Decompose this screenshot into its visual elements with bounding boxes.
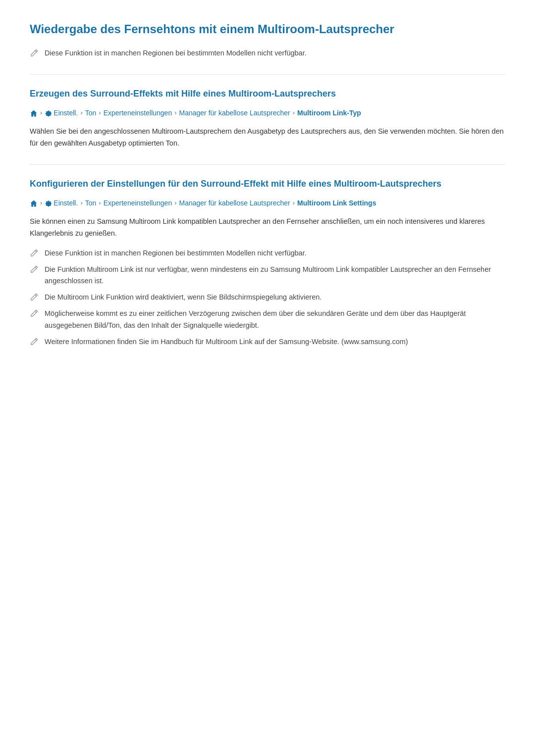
pencil-icon-4 <box>30 309 40 319</box>
sep2-4: › <box>293 198 295 208</box>
note-item-3: Die Multiroom Link Funktion wird deaktiv… <box>30 292 505 303</box>
sep-3: › <box>174 108 176 118</box>
note-text-1: Diese Funktion ist in manchen Regionen b… <box>45 248 307 259</box>
section-surround-configure: Konfigurieren der Einstellungen für den … <box>30 177 505 348</box>
breadcrumb-1-experten: Experteneinstellungen <box>104 107 172 118</box>
breadcrumb-1: › Einstell. › Ton › Experteneinstellunge… <box>30 107 505 118</box>
sep-1: › <box>80 108 82 118</box>
sep2-2: › <box>99 198 101 208</box>
section3-title: Konfigurieren der Einstellungen für den … <box>30 177 505 191</box>
note-item-2: Die Funktion Multiroom Link ist nur verf… <box>30 264 505 287</box>
note-text-3: Die Multiroom Link Funktion wird deaktiv… <box>45 292 321 303</box>
sep2-0: › <box>40 198 42 208</box>
sep-2: › <box>99 108 101 118</box>
notes-list: Diese Funktion ist in manchen Regionen b… <box>30 248 505 348</box>
divider-1 <box>30 74 505 75</box>
breadcrumb-1-manager: Manager für kabellose Lautsprecher <box>179 107 290 118</box>
section2-title: Erzeugen des Surround-Effekts mit Hilfe … <box>30 87 505 101</box>
pencil-icon <box>30 49 40 58</box>
breadcrumb-2-ton: Ton <box>85 198 97 208</box>
pencil-icon-5 <box>30 337 40 347</box>
sep2-1: › <box>80 198 82 208</box>
section2-body: Wählen Sie bei den angeschlossenen Multi… <box>30 126 505 150</box>
home-icon <box>30 109 38 117</box>
note-item-5: Weitere Informationen finden Sie im Hand… <box>30 336 505 348</box>
section3-body: Sie können einen zu Samsung Multiroom Li… <box>30 216 505 240</box>
gear-icon-2 <box>45 200 53 207</box>
intro-note-text: Diese Funktion ist in manchen Regionen b… <box>45 48 307 59</box>
sep2-3: › <box>174 198 176 208</box>
pencil-icon-1 <box>30 249 40 258</box>
intro-note: Diese Funktion ist in manchen Regionen b… <box>30 48 505 59</box>
note-text-4: Möglicherweise kommt es zu einer zeitlic… <box>45 308 505 331</box>
breadcrumb-1-einstell: Einstell. <box>54 107 78 118</box>
breadcrumb-2-experten: Experteneinstellungen <box>104 198 172 208</box>
section-surround-create: Erzeugen des Surround-Effekts mit Hilfe … <box>30 87 505 150</box>
breadcrumb-1-multiroom: Multiroom Link-Typ <box>297 107 361 118</box>
divider-2 <box>30 164 505 165</box>
sep-4: › <box>293 108 295 118</box>
page-title: Wiedergabe des Fernsehtons mit einem Mul… <box>30 20 505 39</box>
breadcrumb-2-einstell: Einstell. <box>54 198 78 208</box>
note-text-2: Die Funktion Multiroom Link ist nur verf… <box>45 264 505 287</box>
sep-0: › <box>40 108 42 118</box>
home-icon-2 <box>30 200 38 207</box>
gear-icon-1 <box>45 109 53 117</box>
breadcrumb-2-settings: Multiroom Link Settings <box>297 198 376 208</box>
breadcrumb-1-ton: Ton <box>85 107 97 118</box>
note-item-1: Diese Funktion ist in manchen Regionen b… <box>30 248 505 259</box>
breadcrumb-2-manager: Manager für kabellose Lautsprecher <box>179 198 290 208</box>
pencil-icon-2 <box>30 265 40 275</box>
section-intro: Diese Funktion ist in manchen Regionen b… <box>30 48 505 59</box>
note-text-5: Weitere Informationen finden Sie im Hand… <box>45 336 408 348</box>
note-item-4: Möglicherweise kommt es zu einer zeitlic… <box>30 308 505 331</box>
pencil-icon-3 <box>30 293 40 302</box>
breadcrumb-2: › Einstell. › Ton › Experteneinstellunge… <box>30 198 505 208</box>
